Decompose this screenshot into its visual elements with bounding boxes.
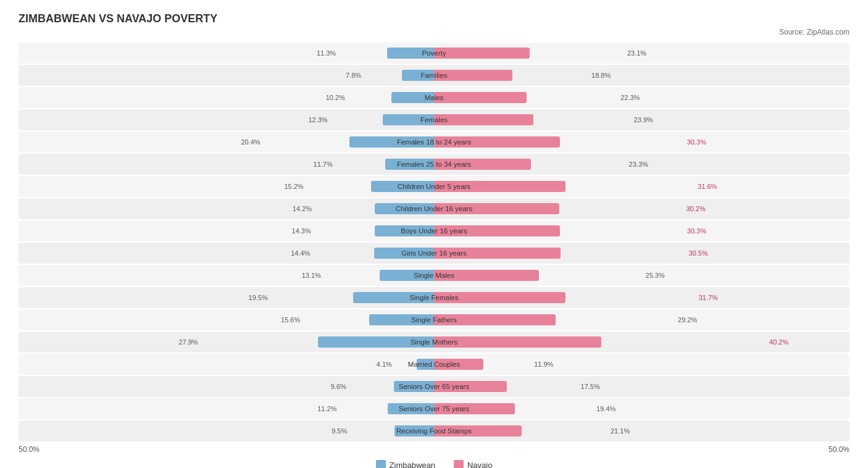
val-navajo: 30.5% [689, 249, 708, 257]
row-label: Girls Under 16 years [401, 249, 466, 257]
val-zimbabwean: 4.1% [377, 361, 392, 368]
val-zimbabwean: 7.8% [346, 72, 361, 79]
val-zimbabwean: 14.4% [291, 249, 310, 257]
val-zimbabwean: 13.1% [302, 272, 321, 279]
chart-wrapper: Poverty 11.3% 23.1% Families 7.8% 18.8% … [19, 43, 849, 468]
row-label: Single Females [409, 294, 458, 301]
row-label: Families [421, 72, 448, 79]
val-zimbabwean: 11.2% [317, 405, 336, 412]
chart-row: Boys Under 16 years 14.3% 30.3% [19, 220, 849, 241]
bar-navajo [434, 114, 533, 125]
val-navajo: 23.1% [627, 49, 646, 57]
bar-navajo [434, 92, 527, 103]
row-label: Children Under 16 years [396, 205, 473, 212]
source-label: Source: ZipAtlas.com [19, 28, 849, 36]
row-label: Males [425, 94, 444, 101]
val-navajo: 40.2% [769, 338, 788, 346]
legend-navajo: Navajo [454, 460, 492, 468]
legend-zimbabwean-label: Zimbabwean [390, 461, 435, 469]
chart-row: Poverty 11.3% 23.1% [19, 43, 849, 64]
chart-row: Receiving Food Stamps 9.5% 21.1% [19, 420, 849, 441]
row-label: Seniors Over 65 years [399, 383, 469, 390]
val-zimbabwean: 27.9% [178, 338, 198, 346]
val-navajo: 21.1% [611, 427, 630, 435]
val-zimbabwean: 9.6% [331, 383, 346, 390]
row-label: Receiving Food Stamps [396, 427, 472, 435]
row-label: Single Mothers [411, 338, 458, 346]
val-navajo: 19.4% [596, 405, 616, 412]
row-label: Single Males [414, 272, 454, 279]
chart-row: Females 25 to 34 years 11.7% 23.3% [19, 154, 849, 175]
row-label: Females 25 to 34 years [397, 161, 471, 168]
bar-area: Females 12.3% 23.9% [19, 109, 849, 130]
row-label: Children Under 5 years [398, 183, 470, 190]
bar-area: Males 10.2% 22.3% [19, 87, 849, 108]
val-zimbabwean: 15.2% [284, 183, 303, 190]
bar-area: Families 7.8% 18.8% [19, 65, 849, 86]
bar-area: Single Males 13.1% 25.3% [19, 265, 849, 286]
axis-left: 50.0% [19, 445, 40, 454]
chart-row: Seniors Over 75 years 11.2% 19.4% [19, 398, 849, 419]
bar-area: Seniors Over 75 years 11.2% 19.4% [19, 398, 849, 419]
val-zimbabwean: 14.3% [292, 227, 311, 235]
val-zimbabwean: 15.6% [281, 316, 300, 324]
val-zimbabwean: 10.2% [326, 94, 345, 101]
chart-row: Females 12.3% 23.9% [19, 109, 849, 130]
chart-row: Single Males 13.1% 25.3% [19, 265, 849, 286]
chart-row: Females 18 to 24 years 20.4% 30.3% [19, 132, 849, 153]
bar-area: Boys Under 16 years 14.3% 30.3% [19, 220, 849, 241]
legend-zimbabwean-box [376, 460, 386, 468]
legend: Zimbabwean Navajo [19, 460, 849, 468]
chart-row: Seniors Over 65 years 9.6% 17.5% [19, 376, 849, 397]
val-navajo: 25.3% [646, 272, 665, 279]
row-label: Poverty [422, 49, 446, 57]
val-navajo: 30.3% [687, 138, 706, 146]
bar-area: Receiving Food Stamps 9.5% 21.1% [19, 420, 849, 441]
row-label: Females [420, 116, 448, 123]
legend-navajo-label: Navajo [467, 461, 492, 469]
bar-area: Children Under 16 years 14.2% 30.2% [19, 198, 849, 219]
bar-area: Females 18 to 24 years 20.4% 30.3% [19, 132, 849, 153]
val-zimbabwean: 20.4% [241, 138, 260, 146]
row-label: Married Couples [408, 361, 460, 368]
chart-row: Children Under 16 years 14.2% 30.2% [19, 198, 849, 219]
val-navajo: 30.3% [687, 227, 706, 235]
val-navajo: 22.3% [620, 94, 640, 101]
val-navajo: 23.9% [634, 116, 653, 123]
chart-row: Girls Under 16 years 14.4% 30.5% [19, 243, 849, 264]
axis-right: 50.0% [828, 445, 849, 454]
val-navajo: 11.9% [534, 361, 553, 368]
val-navajo: 30.2% [686, 205, 705, 212]
val-zimbabwean: 19.5% [249, 294, 268, 301]
val-zimbabwean: 11.3% [317, 49, 336, 57]
chart-container: Poverty 11.3% 23.1% Families 7.8% 18.8% … [19, 43, 849, 441]
chart-row: Single Mothers 27.9% 40.2% [19, 332, 849, 353]
chart-row: Single Fathers 15.6% 29.2% [19, 309, 849, 330]
bar-area: Seniors Over 65 years 9.6% 17.5% [19, 376, 849, 397]
bar-navajo [434, 48, 530, 59]
val-navajo: 29.2% [678, 316, 697, 324]
bar-area: Married Couples 4.1% 11.9% [19, 354, 849, 375]
chart-title: ZIMBABWEAN VS NAVAJO POVERTY [19, 12, 849, 25]
val-navajo: 31.6% [698, 183, 717, 190]
val-zimbabwean: 9.5% [332, 427, 347, 435]
legend-navajo-box [454, 460, 464, 468]
bar-area: Females 25 to 34 years 11.7% 23.3% [19, 154, 849, 175]
chart-row: Children Under 5 years 15.2% 31.6% [19, 176, 849, 197]
row-label: Boys Under 16 years [401, 227, 467, 235]
bar-area: Single Females 19.5% 31.7% [19, 287, 849, 308]
val-navajo: 23.3% [629, 161, 648, 168]
bar-area: Poverty 11.3% 23.1% [19, 43, 849, 64]
bar-area: Girls Under 16 years 14.4% 30.5% [19, 243, 849, 264]
chart-row: Males 10.2% 22.3% [19, 87, 849, 108]
bar-area: Single Fathers 15.6% 29.2% [19, 309, 849, 330]
bar-area: Single Mothers 27.9% 40.2% [19, 332, 849, 353]
val-navajo: 18.8% [591, 72, 611, 79]
val-zimbabwean: 14.2% [293, 205, 312, 212]
chart-row: Married Couples 4.1% 11.9% [19, 354, 849, 375]
val-navajo: 17.5% [581, 383, 600, 390]
val-zimbabwean: 11.7% [314, 161, 333, 168]
axis-row: 50.0% 50.0% [19, 445, 849, 454]
row-label: Single Fathers [411, 316, 457, 324]
chart-row: Single Females 19.5% 31.7% [19, 287, 849, 308]
